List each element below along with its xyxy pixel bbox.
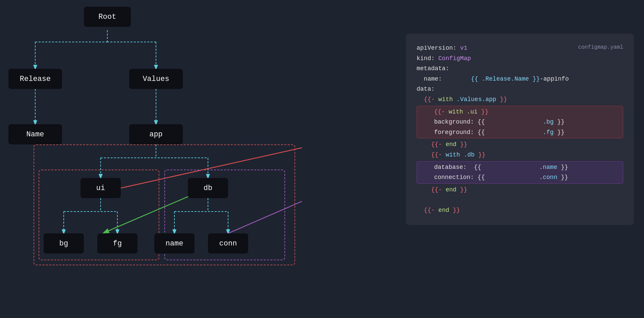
node-root: Root (84, 7, 131, 27)
node-ui-label: ui (96, 184, 105, 192)
node-bg-label: bg (59, 239, 68, 248)
node-app: app (129, 124, 183, 144)
node-name: Name (8, 124, 62, 144)
node-root-label: Root (99, 13, 116, 21)
node-name2: name (154, 233, 195, 254)
node-db-label: db (204, 184, 212, 192)
node-db: db (188, 178, 228, 198)
node-release-label: Release (20, 75, 51, 83)
node-values: Values (129, 69, 183, 89)
code-line-16: {{- end }} (417, 205, 623, 216)
code-filename: configmap.yaml (578, 43, 623, 52)
node-name2-label: name (166, 239, 183, 248)
node-release: Release (8, 69, 62, 89)
svg-line-23 (228, 195, 302, 233)
code-line-4: name: {{ .Release.Name }} -appinfo (417, 74, 623, 84)
code-line-5: data: (417, 84, 623, 94)
code-line-7: {{- with .ui }} (420, 107, 620, 117)
purple-highlight-block: database: {{ .name }} connection: {{ .co… (417, 161, 623, 184)
code-line-14: {{- end }} (417, 185, 623, 195)
node-values-label: Values (143, 75, 169, 83)
node-app-label: app (149, 130, 163, 139)
code-line-10: {{- end }} (417, 139, 623, 150)
code-line-15 (417, 195, 623, 205)
diagram-area: Root Release Values Name app ui db bg fg… (0, 0, 302, 318)
node-conn: conn (208, 233, 248, 254)
red-highlight-block: {{- with .ui }} background: {{ .bg }} fo… (417, 106, 623, 139)
diagram-svg (0, 0, 302, 318)
code-line-6: {{- with .Values.app }} (417, 94, 623, 105)
code-line-12: database: {{ .name }} (420, 162, 620, 173)
node-name-label: Name (26, 130, 44, 139)
code-line-13: connection: {{ .conn }} (420, 172, 620, 183)
code-panel: configmap.yaml apiVersion: v1 kind: Conf… (406, 34, 634, 225)
node-fg: fg (97, 233, 138, 254)
node-conn-label: conn (219, 239, 237, 248)
code-line-2: kind: ConfigMap (417, 53, 623, 64)
code-line-11: {{- with .db }} (417, 150, 623, 160)
code-line-8: background: {{ .bg }} (420, 117, 620, 127)
code-line-3: metadata: (417, 63, 623, 74)
node-fg-label: fg (113, 239, 122, 248)
node-ui: ui (80, 178, 121, 198)
code-line-9: foreground: {{ .fg }} (420, 127, 620, 138)
node-bg: bg (44, 233, 84, 254)
